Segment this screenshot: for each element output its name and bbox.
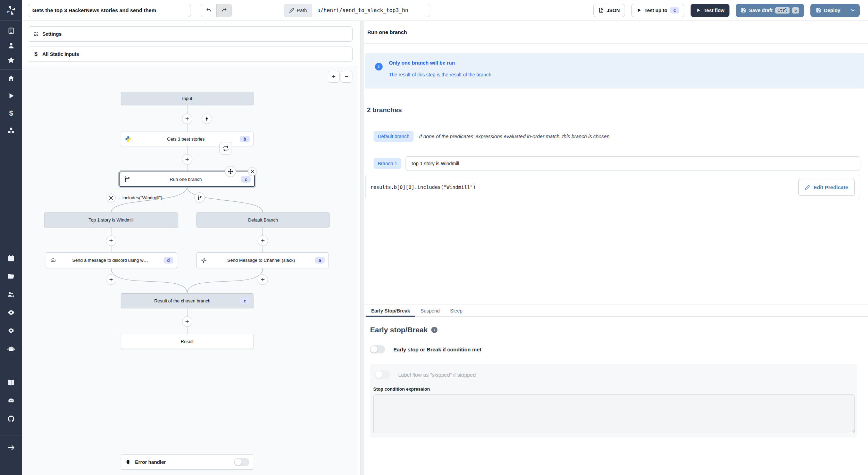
add-step-button[interactable]	[182, 114, 192, 124]
sidebar-item-folders[interactable]	[7, 272, 16, 281]
sidebar-item-resources[interactable]	[7, 126, 16, 135]
info-banner-title: Only one branch will be run	[389, 60, 493, 66]
path-edit-button[interactable]: Path	[284, 4, 312, 17]
windmill-logo-icon[interactable]	[0, 0, 22, 21]
zoom-in-button[interactable]: +	[328, 71, 340, 83]
flow-edges	[22, 66, 358, 475]
redo-button[interactable]	[216, 4, 232, 17]
step-id-badge: d	[164, 257, 173, 264]
error-handler-toggle[interactable]	[234, 458, 249, 466]
remove-branch-button[interactable]	[107, 193, 116, 202]
flow-canvas[interactable]: + − Input Gets 3 best stories b	[22, 66, 358, 475]
inspector-tabs: Early Stop/Break Suspend Sleep	[364, 305, 868, 317]
sidebar-item-schedules[interactable]	[7, 254, 16, 263]
pencil-icon	[289, 8, 294, 13]
add-step-button[interactable]	[258, 235, 268, 246]
flow-node-slack[interactable]: Send Message to Channel (slack) a	[197, 252, 328, 268]
flow-editor-panel: Settings $ All Static Inputs	[22, 21, 360, 475]
sidebar-item-settings[interactable]	[7, 326, 16, 335]
test-up-to-label: Test up to	[644, 8, 667, 13]
sidebar-item-github[interactable]	[7, 414, 16, 423]
node-label: Result	[125, 339, 250, 344]
stop-condition-textarea[interactable]	[373, 394, 855, 433]
path-value[interactable]: u/henri/send_to_slack_top3_hn	[312, 4, 430, 17]
add-step-button[interactable]	[106, 274, 116, 285]
python-icon	[125, 135, 132, 142]
test-flow-button[interactable]: Test flow	[691, 4, 730, 17]
plus-icon	[108, 238, 114, 243]
tab-early-stop-break[interactable]: Early Stop/Break	[366, 305, 415, 316]
path-group: Path u/henri/send_to_slack_top3_hn	[284, 4, 430, 17]
early-stop-toggle-label: Early stop or Break if condition met	[393, 347, 481, 352]
save-draft-button[interactable]: Save draft Ctrl S	[736, 4, 804, 17]
lightning-icon	[204, 116, 210, 122]
branch-1-row: Branch 1	[374, 156, 860, 170]
flow-title-input[interactable]	[28, 4, 191, 17]
flow-node-result[interactable]: Result	[121, 334, 253, 349]
info-icon: i	[431, 327, 437, 333]
tab-sleep[interactable]: Sleep	[445, 305, 468, 316]
sidebar-item-discord[interactable]	[7, 396, 16, 405]
redo-icon	[222, 8, 227, 13]
add-step-button[interactable]	[182, 316, 192, 327]
move-icon	[228, 169, 233, 174]
sidebar-item-audit-logs[interactable]	[7, 308, 16, 317]
sidebar-item-workspace[interactable]	[7, 26, 16, 35]
tab-suspend[interactable]: Suspend	[415, 305, 445, 316]
sidebar-expand-icon[interactable]	[7, 443, 16, 452]
save-draft-label: Save draft	[749, 8, 773, 13]
move-step-button[interactable]	[225, 166, 236, 177]
json-button[interactable]: JSON	[593, 4, 625, 17]
deploy-more-button[interactable]	[846, 4, 860, 17]
node-label: Default Branch	[200, 217, 326, 223]
sidebar-item-variables[interactable]: $	[7, 109, 16, 118]
delete-step-button[interactable]	[248, 167, 257, 176]
kbd-s: S	[792, 7, 799, 14]
branch-predicate-label[interactable]: ...includes("Windmill")	[119, 195, 162, 200]
deploy-split-button: Deploy	[810, 4, 860, 17]
loop-step-button[interactable]	[219, 142, 232, 155]
add-step-button[interactable]	[182, 154, 192, 165]
flow-node-get-stories[interactable]: Gets 3 best stories b	[121, 132, 253, 146]
sidebar-item-ai[interactable]	[7, 344, 16, 353]
undo-button[interactable]	[201, 4, 216, 17]
sidebar-item-user[interactable]	[7, 41, 16, 50]
sidebar-item-favorites[interactable]	[7, 56, 16, 65]
app-root: $ Path	[0, 0, 868, 475]
step-inspector-panel: Run one branch i Only one branch will be…	[364, 21, 868, 475]
early-stop-toggle[interactable]	[370, 345, 385, 353]
sidebar-item-docs[interactable]	[7, 378, 16, 387]
flow-node-input[interactable]: Input	[121, 92, 253, 105]
flow-node-discord[interactable]: Send a message to discord using w… d	[46, 252, 177, 268]
sidebar-item-groups[interactable]	[7, 290, 16, 299]
sidebar-item-home[interactable]	[7, 74, 16, 83]
default-branch-description: If none of the predicates' expressions e…	[419, 134, 609, 139]
node-label: Result of the chosen branch	[125, 298, 240, 303]
undo-redo-group	[201, 4, 232, 17]
add-step-button[interactable]	[106, 235, 116, 246]
node-label: Top 1 story is Windmill	[48, 217, 174, 223]
sidebar-item-runs[interactable]	[7, 91, 16, 100]
flow-node-branch-windmill[interactable]: Top 1 story is Windmill	[44, 212, 178, 227]
all-static-inputs-bar[interactable]: $ All Static Inputs	[28, 47, 353, 62]
panel-resize-handle[interactable]	[360, 21, 364, 475]
add-step-button[interactable]	[258, 274, 268, 285]
edit-predicate-label: Edit Predicate	[813, 184, 848, 190]
edit-predicate-button[interactable]: Edit Predicate	[798, 179, 855, 196]
step-id-badge: c	[240, 298, 250, 304]
early-stop-heading-text: Early stop/Break	[370, 326, 428, 334]
flow-node-branch-default[interactable]: Default Branch	[197, 212, 329, 227]
add-trigger-button[interactable]	[202, 114, 212, 124]
test-up-to-button[interactable]: Test up to c	[631, 4, 684, 17]
add-branch-button[interactable]	[194, 192, 205, 203]
deploy-label: Deploy	[824, 8, 840, 13]
zoom-out-button[interactable]: −	[341, 71, 352, 83]
pencil-icon	[805, 184, 810, 190]
label-skipped-toggle[interactable]	[375, 370, 390, 379]
info-banner-body: The result of this step is the result of…	[389, 72, 493, 77]
flow-node-error-handler[interactable]: Error handler	[121, 455, 253, 470]
branch-1-summary-input[interactable]	[406, 156, 860, 170]
deploy-button[interactable]: Deploy	[810, 4, 846, 17]
settings-bar[interactable]: Settings	[28, 26, 353, 42]
flow-node-result-branch[interactable]: Result of the chosen branch c	[121, 293, 253, 308]
